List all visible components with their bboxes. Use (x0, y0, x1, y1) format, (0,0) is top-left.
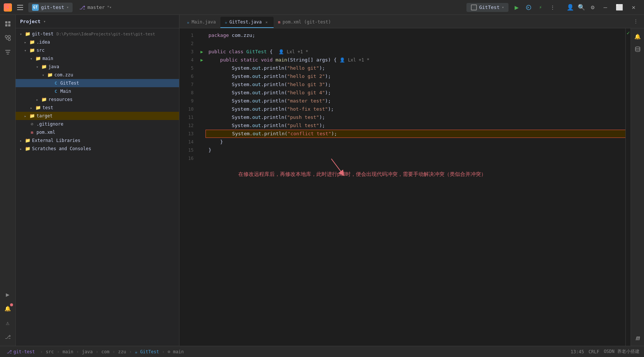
git-icon: ⎇ (7, 349, 12, 354)
folder-icon: 📁 (41, 64, 47, 70)
tree-path: D:\Python\IdeaProjects\git-test\git-test (57, 32, 155, 37)
tree-label: target (36, 113, 52, 119)
tree-item-src[interactable]: 📁 src (16, 46, 179, 54)
sidebar-vcs-icon[interactable] (2, 32, 14, 44)
sidebar-chevron[interactable]: ▾ (44, 19, 46, 23)
line-num-10: 10 (188, 105, 194, 113)
breadcrumb-method: ⊙ main (168, 349, 184, 354)
tab-close-button[interactable]: ✕ (264, 19, 269, 25)
right-gutter: ✓ (625, 28, 631, 346)
code-area[interactable]: package com.zzu; public class GitTest { … (205, 28, 625, 346)
tree-label: .gitignore (36, 121, 63, 127)
run-button[interactable]: ▶ (511, 2, 522, 13)
tree-arrow (29, 56, 34, 61)
problems-icon[interactable]: ⚠ (2, 317, 14, 329)
settings-button[interactable]: ⚙ (587, 2, 598, 13)
tree-label: .idea (36, 40, 50, 45)
tree-item-scratches[interactable]: 📁 Scratches and Consoles (16, 145, 179, 153)
tree-label: com.zzu (54, 72, 73, 78)
keyword: package (208, 31, 229, 40)
run-arrow-4[interactable]: ▶ (198, 56, 205, 64)
tree-item-GitTest[interactable]: C GitTest (16, 79, 179, 87)
tree-item-target[interactable]: 📁 target (16, 112, 179, 120)
tree-item-ext-libs[interactable]: 📁 External Libraries (16, 136, 179, 145)
breadcrumb-gittest: ☕ GitTest (135, 349, 159, 354)
minimize-button[interactable]: — (599, 1, 612, 14)
line-num-6: 6 (191, 72, 194, 80)
run-arrow-3[interactable]: ▶ (198, 48, 205, 56)
tree-label: Scratches and Consoles (32, 146, 91, 151)
line-num-4: 4 (191, 56, 194, 64)
tab-main-java[interactable]: ☕ Main.java (182, 17, 220, 28)
run-icon[interactable]: ▶ (2, 288, 14, 300)
project-name: git-test (41, 4, 64, 10)
notification-bell-icon[interactable]: 🔔 (632, 31, 643, 42)
more-button[interactable]: ⋮ (547, 2, 558, 13)
debug-button[interactable] (523, 2, 534, 13)
search-button[interactable]: 🔍 (576, 2, 587, 13)
tree-item-resources[interactable]: 📁 resources (16, 95, 179, 104)
run-config[interactable]: GitTest ▾ (466, 3, 508, 12)
line-num-3: 3 (191, 48, 194, 56)
status-time: 13:45 (571, 349, 584, 354)
tree-item-com-zzu[interactable]: 📁 com.zzu (16, 71, 179, 79)
maven-icon[interactable]: m (632, 332, 643, 343)
tab-actions: ⋮ (631, 16, 641, 26)
tree-item-test[interactable]: 📁 test (16, 104, 179, 112)
tree-arrow (23, 130, 28, 135)
breadcrumb-sep3: › (76, 349, 79, 354)
sidebar-header: Project ▾ (16, 15, 179, 28)
branch-icon: ⎇ (79, 4, 85, 10)
tree-item-Main[interactable]: C Main (16, 87, 179, 95)
branch-selector[interactable]: ⎇ master *▾ (76, 3, 115, 12)
breadcrumb-main: main (63, 349, 73, 354)
editor-content: 1 2 3 4 5 6 7 8 9 10 11 12 13 14 15 16 ▶… (179, 28, 644, 346)
tree-item-java[interactable]: 📁 java (16, 63, 179, 71)
code-line-8: System. out .println( "hello git 4" ); (208, 89, 625, 97)
tab-settings-button[interactable]: ⋮ (631, 16, 641, 26)
maximize-button[interactable]: ⬜ (613, 1, 626, 14)
tree-item-pom-xml[interactable]: m pom.xml (16, 128, 179, 136)
chinese-comment-area: 在修改远程库后，再修改本地库，此时进行pull时，便会出现代码冲突，需要手动解决… (208, 170, 625, 178)
tree-label: pom.xml (36, 130, 55, 135)
close-button[interactable]: ✕ (627, 1, 640, 14)
tab-gittest-java[interactable]: ☕ GitTest.java ✕ (220, 17, 274, 28)
menu-button[interactable] (15, 2, 25, 13)
status-git-branch[interactable]: ⎇ git-test (4, 348, 37, 355)
tab-pom-xml[interactable]: m pom.xml (git-test) (274, 17, 335, 28)
profile-button[interactable]: ⚡ (535, 2, 546, 13)
code-line-6: System. out .println( "hello git 2" ); (208, 72, 625, 80)
user-icon[interactable]: 👤 (565, 2, 576, 13)
notifications-icon[interactable]: 🔔 (2, 303, 14, 315)
code-line-3: public class GitTest { 👤 Lxl +1 * (208, 48, 625, 56)
line-num-13: 13 (188, 130, 194, 138)
arrow-svg (328, 155, 357, 177)
tree-item-idea[interactable]: 📁 .idea (16, 38, 179, 46)
project-switcher[interactable]: GT git-test ▾ (28, 3, 73, 12)
class-name: GitTest (246, 48, 267, 56)
java-file-icon: C (53, 80, 59, 86)
punc: com.zzu; (229, 31, 255, 40)
svg-rect-5 (5, 24, 7, 26)
sidebar-content[interactable]: 📁 git-test D:\Python\IdeaProjects\git-te… (16, 28, 179, 346)
svg-rect-13 (6, 52, 10, 53)
branch-name: master (87, 4, 105, 10)
database-icon[interactable] (632, 44, 643, 54)
sidebar-title: Project (20, 19, 41, 24)
tree-item-git-test[interactable]: 📁 git-test D:\Python\IdeaProjects\git-te… (16, 30, 179, 38)
sidebar-project-icon[interactable] (2, 18, 14, 30)
sidebar-structure-icon[interactable] (2, 46, 14, 58)
svg-point-1 (6, 6, 9, 9)
tree-arrow (41, 73, 45, 77)
keyword: public (208, 48, 226, 56)
tree-item-gitignore[interactable]: ⊘ .gitignore (16, 120, 179, 128)
folder-icon: 📁 (29, 39, 35, 45)
git-file-icon: ⊘ (29, 121, 35, 127)
breadcrumb-com: com (101, 349, 109, 354)
code-line-1: package com.zzu; (208, 31, 625, 40)
tree-item-main[interactable]: 📁 main (16, 54, 179, 63)
status-crlf[interactable]: CRLF (589, 349, 599, 354)
tree-label: main (42, 56, 53, 61)
breadcrumb-java: java (82, 349, 93, 354)
git-branch-icon[interactable]: ⎇ (2, 331, 14, 343)
